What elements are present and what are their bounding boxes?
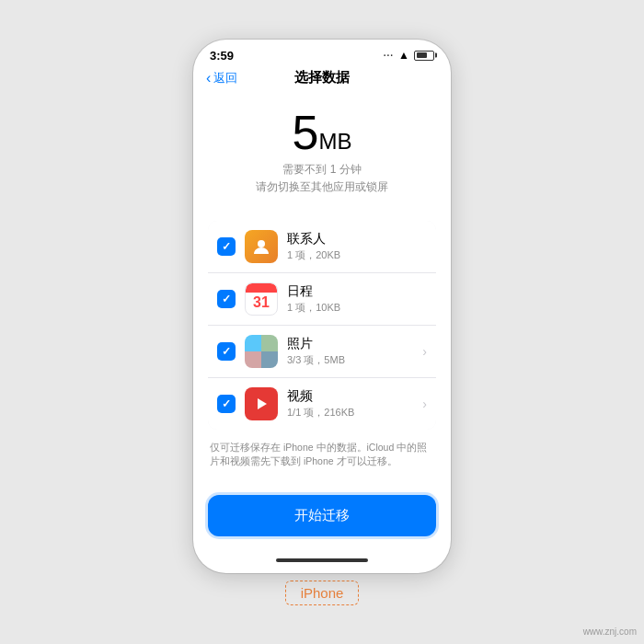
status-bar: 3:59 ··· ▲ <box>193 40 451 66</box>
data-list: ✓ 联系人 1 项，20KB <box>208 221 436 430</box>
back-button[interactable]: ‹ 返回 <box>206 70 237 86</box>
calendar-name: 日程 <box>287 283 427 300</box>
page-title: 选择数据 <box>294 69 350 86</box>
video-info: 视频 1/1 项，216KB <box>287 388 413 420</box>
iphone-label: iPhone <box>285 581 360 605</box>
calendar-detail: 1 项，10KB <box>287 301 427 315</box>
video-checkbox[interactable]: ✓ <box>217 395 236 413</box>
svg-marker-1 <box>258 398 267 409</box>
contacts-icon <box>245 230 278 263</box>
calendar-icon: 31 <box>245 282 278 316</box>
status-time: 3:59 <box>210 49 234 63</box>
button-area: 开始迁移 <box>193 484 451 551</box>
checkmark-icon: ✓ <box>222 240 231 253</box>
contacts-checkbox[interactable]: ✓ <box>217 237 236 256</box>
phone-frame: 3:59 ··· ▲ ‹ 返回 选择数据 5MB <box>193 40 451 573</box>
svg-point-0 <box>258 240 265 247</box>
list-item[interactable]: ✓ 31 日程 1 项，10KB <box>208 273 436 326</box>
photos-info: 照片 3/3 项，5MB <box>287 336 413 367</box>
watermark: www.znj.com <box>583 627 637 637</box>
checkmark-icon: ✓ <box>222 345 231 358</box>
photos-checkbox[interactable]: ✓ <box>217 342 236 361</box>
phone-wrapper: 3:59 ··· ▲ ‹ 返回 选择数据 5MB <box>193 40 451 605</box>
video-detail: 1/1 项，216KB <box>287 406 413 420</box>
photos-chevron-icon: › <box>422 344 427 359</box>
content-area: 5MB 需要不到 1 分钟 请勿切换至其他应用或锁屏 ✓ <box>193 94 451 484</box>
photos-name: 照片 <box>287 336 413 352</box>
calendar-info: 日程 1 项，10KB <box>287 283 427 315</box>
size-section: 5MB 需要不到 1 分钟 请勿切换至其他应用或锁屏 <box>208 94 436 206</box>
calendar-num: 31 <box>253 294 270 311</box>
size-unit: MB <box>318 129 351 154</box>
size-desc1: 需要不到 1 分钟 <box>208 162 436 178</box>
start-migration-button[interactable]: 开始迁移 <box>208 495 436 536</box>
photos-detail: 3/3 项，5MB <box>287 353 413 367</box>
battery-fill <box>417 52 428 58</box>
list-item[interactable]: ✓ 联系人 1 项，20KB <box>208 221 436 273</box>
size-desc2: 请勿切换至其他应用或锁屏 <box>208 179 436 195</box>
home-indicator <box>193 551 451 573</box>
checkmark-icon: ✓ <box>222 293 231 305</box>
size-display: 5MB <box>208 109 436 156</box>
back-label: 返回 <box>213 70 237 86</box>
contacts-info: 联系人 1 项，20KB <box>287 231 427 262</box>
home-bar <box>276 558 368 562</box>
wifi-icon: ▲ <box>398 49 409 62</box>
list-item[interactable]: ✓ 照片 3/3 项，5MB › <box>208 326 436 378</box>
video-icon <box>245 387 278 420</box>
back-arrow-icon: ‹ <box>206 70 211 86</box>
checkmark-icon: ✓ <box>222 397 231 410</box>
contacts-name: 联系人 <box>287 231 427 247</box>
size-number: 5 <box>293 106 319 159</box>
video-chevron-icon: › <box>422 397 427 411</box>
calendar-checkbox[interactable]: ✓ <box>217 290 236 308</box>
battery-icon <box>414 51 434 61</box>
video-name: 视频 <box>287 388 413 405</box>
status-icons: ··· ▲ <box>384 49 434 62</box>
list-item[interactable]: ✓ 视频 1/1 项，216KB › <box>208 378 436 430</box>
photos-icon <box>245 335 278 368</box>
contacts-detail: 1 项，20KB <box>287 248 427 262</box>
nav-bar: ‹ 返回 选择数据 <box>193 66 451 94</box>
notice-text: 仅可迁移保存在 iPhone 中的数据。iCloud 中的照片和视频需先下载到 … <box>208 441 436 470</box>
signal-icon: ··· <box>384 51 394 61</box>
